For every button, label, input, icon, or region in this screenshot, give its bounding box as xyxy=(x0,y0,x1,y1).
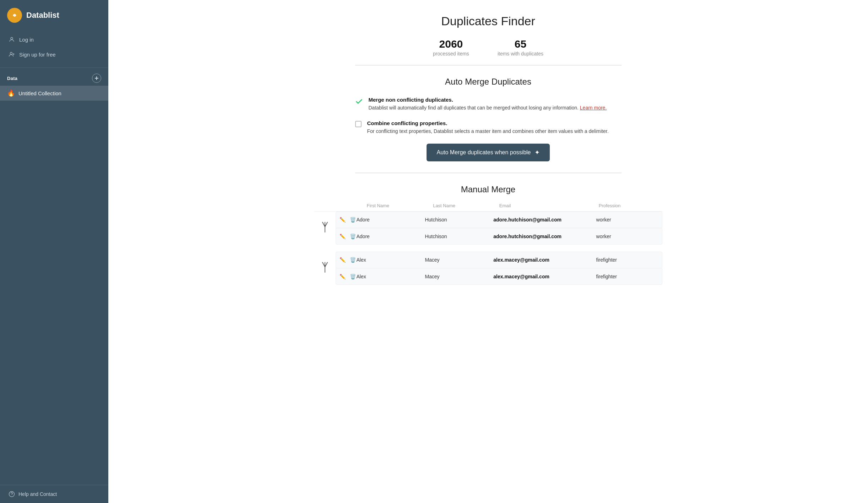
cell-lastname: Macey xyxy=(422,252,490,268)
login-item[interactable]: Log in xyxy=(0,32,108,47)
person-add-icon xyxy=(9,51,15,58)
merge-icon-1 xyxy=(321,221,329,235)
col-profession: Profession xyxy=(596,203,662,208)
edit-icon[interactable]: ✏️ xyxy=(340,274,346,279)
table-header: First Name Last Name Email Profession xyxy=(314,203,662,212)
cell-lastname: Macey xyxy=(422,269,490,284)
row-actions: ✏️ 🗑️ xyxy=(336,269,354,284)
table-row: ✏️ 🗑️ Adore Hutchison adore.hutchison@gm… xyxy=(336,212,662,228)
checkbox-square-icon xyxy=(355,121,362,127)
sparkle-icon: ✦ xyxy=(535,149,540,156)
cell-email: alex.macey@gmail.com xyxy=(490,252,593,268)
table-row: ✏️ 🗑️ Alex Macey alex.macey@gmail.com fi… xyxy=(336,268,662,285)
cell-profession: firefighter xyxy=(593,269,662,284)
duplicate-group-1: ✏️ 🗑️ Adore Hutchison adore.hutchison@gm… xyxy=(314,212,662,245)
col-email: Email xyxy=(497,203,596,208)
collection-item[interactable]: 🔥 Untitled Collection xyxy=(0,86,108,101)
page-title: Duplicates Finder xyxy=(130,14,847,28)
signup-item[interactable]: Sign up for free xyxy=(0,47,108,62)
duplicate-group-2: ✏️ 🗑️ Alex Macey alex.macey@gmail.com fi… xyxy=(314,252,662,285)
data-section-header: Data xyxy=(0,68,108,86)
cell-profession: worker xyxy=(593,212,662,228)
row-actions: ✏️ 🗑️ xyxy=(336,229,354,244)
cell-firstname: Alex xyxy=(354,269,422,284)
cell-email: alex.macey@gmail.com xyxy=(490,269,593,284)
option2-desc: For conflicting text properties, Databli… xyxy=(367,128,609,135)
cell-profession: worker xyxy=(593,229,662,244)
duplicates-label: items with duplicates xyxy=(498,51,543,57)
checkbox-checked[interactable] xyxy=(355,97,363,107)
cell-profession: firefighter xyxy=(593,252,662,268)
person-icon xyxy=(9,36,15,43)
cell-lastname: Hutchison xyxy=(422,229,490,244)
merge-icon-2 xyxy=(321,262,329,275)
option-merge-non-conflicting: Merge non conflicting duplicates. Databl… xyxy=(355,97,622,112)
collection-name: Untitled Collection xyxy=(18,90,61,96)
merge-icon-col-2 xyxy=(314,252,336,275)
cell-lastname: Hutchison xyxy=(422,212,490,228)
row-actions: ✏️ 🗑️ xyxy=(336,212,354,228)
app-name: Datablist xyxy=(26,11,59,20)
processed-label: processed items xyxy=(433,51,469,57)
option2-text: Combine conflicting properties. For conf… xyxy=(367,120,609,135)
auto-merge-title: Auto Merge Duplicates xyxy=(130,77,847,87)
table-row: ✏️ 🗑️ Alex Macey alex.macey@gmail.com fi… xyxy=(336,252,662,268)
cell-firstname: Adore xyxy=(354,229,422,244)
signup-label: Sign up for free xyxy=(19,52,56,58)
col-firstname: First Name xyxy=(364,203,430,208)
sidebar-nav: Log in Sign up for free xyxy=(0,29,108,68)
cell-firstname: Adore xyxy=(354,212,422,228)
divider-2 xyxy=(355,173,622,173)
edit-icon[interactable]: ✏️ xyxy=(340,257,346,263)
auto-merge-button-label: Auto Merge duplicates when possible xyxy=(436,149,531,156)
option-combine-conflicting: Combine conflicting properties. For conf… xyxy=(355,120,622,135)
option1-desc-text: Datablist will automatically find all du… xyxy=(369,105,579,111)
help-label: Help and Contact xyxy=(18,491,57,497)
cell-email: adore.hutchison@gmail.com xyxy=(490,212,593,228)
table-row: ✏️ 🗑️ Adore Hutchison adore.hutchison@gm… xyxy=(336,228,662,245)
manual-merge-table: First Name Last Name Email Profession ✏️ xyxy=(314,203,662,285)
row-actions: ✏️ 🗑️ xyxy=(336,252,354,268)
col-merge xyxy=(314,203,336,208)
stats-row: 2060 processed items 65 items with dupli… xyxy=(130,38,847,57)
help-footer[interactable]: Help and Contact xyxy=(0,485,108,503)
group-rows-2: ✏️ 🗑️ Alex Macey alex.macey@gmail.com fi… xyxy=(336,252,662,285)
logo-icon xyxy=(7,8,22,23)
collection-emoji: 🔥 xyxy=(7,89,15,97)
sidebar: Datablist Log in Sign up for free Data xyxy=(0,0,108,503)
cell-email: adore.hutchison@gmail.com xyxy=(490,229,593,244)
divider-1 xyxy=(355,65,622,65)
data-section-label: Data xyxy=(7,76,17,81)
group-rows-1: ✏️ 🗑️ Adore Hutchison adore.hutchison@gm… xyxy=(336,212,662,245)
processed-stat: 2060 processed items xyxy=(433,38,469,57)
svg-point-1 xyxy=(11,37,13,39)
login-label: Log in xyxy=(19,37,34,43)
col-lastname: Last Name xyxy=(430,203,497,208)
sidebar-header: Datablist xyxy=(0,0,108,29)
duplicates-count: 65 xyxy=(498,38,543,50)
edit-icon[interactable]: ✏️ xyxy=(340,234,346,239)
option1-desc: Datablist will automatically find all du… xyxy=(369,104,607,112)
help-icon xyxy=(9,491,15,497)
processed-count: 2060 xyxy=(433,38,469,50)
main-content: Duplicates Finder 2060 processed items 6… xyxy=(108,0,868,503)
option1-title: Merge non conflicting duplicates. xyxy=(369,97,607,103)
manual-merge-title: Manual Merge xyxy=(130,184,847,194)
edit-icon[interactable]: ✏️ xyxy=(340,217,346,223)
add-collection-button[interactable] xyxy=(92,74,101,83)
col-actions xyxy=(336,203,364,208)
merge-icon-col-1 xyxy=(314,212,336,235)
svg-point-2 xyxy=(10,52,12,54)
learn-more-link[interactable]: Learn more. xyxy=(580,105,607,111)
cell-firstname: Alex xyxy=(354,252,422,268)
duplicates-stat: 65 items with duplicates xyxy=(498,38,543,57)
auto-merge-button[interactable]: Auto Merge duplicates when possible ✦ xyxy=(427,144,549,161)
checkbox-unchecked[interactable] xyxy=(355,121,362,129)
option2-title: Combine conflicting properties. xyxy=(367,120,609,126)
option1-text: Merge non conflicting duplicates. Databl… xyxy=(369,97,607,112)
